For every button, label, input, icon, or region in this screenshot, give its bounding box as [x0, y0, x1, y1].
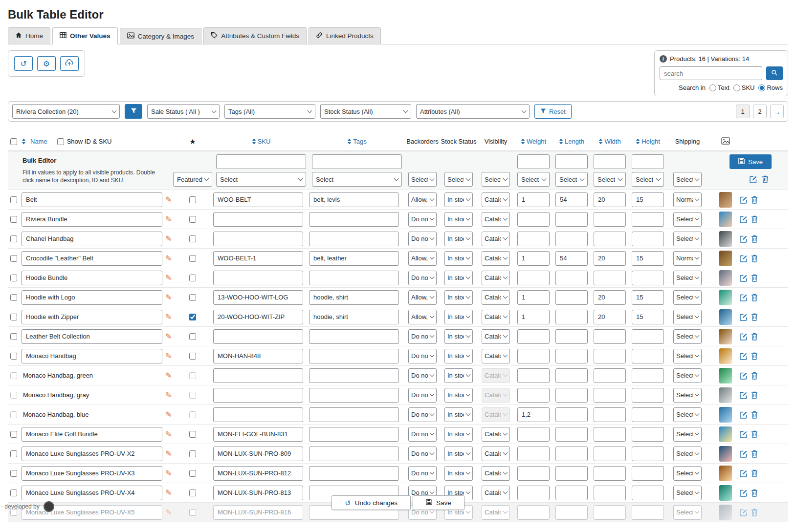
edit-row-icon[interactable]	[740, 235, 748, 243]
stock-status-select[interactable]: In stock	[444, 212, 473, 227]
visibility-select[interactable]: Catalog	[482, 192, 510, 207]
width-input[interactable]	[594, 310, 626, 324]
edit-row-icon[interactable]	[740, 274, 748, 282]
weight-input[interactable]	[517, 407, 550, 422]
product-thumbnail[interactable]	[719, 407, 732, 423]
bulk-stock-select[interactable]: Select	[444, 172, 473, 187]
tags-input[interactable]	[309, 192, 399, 207]
length-input[interactable]	[555, 329, 588, 344]
height-input[interactable]	[632, 447, 664, 461]
length-input[interactable]	[555, 192, 588, 207]
height-input[interactable]	[632, 329, 664, 344]
settings-button[interactable]: ⚙	[37, 56, 56, 71]
edit-row-icon[interactable]	[740, 215, 748, 223]
tags-input[interactable]	[309, 388, 399, 403]
column-header-height[interactable]: Height	[641, 138, 660, 145]
next-page-button[interactable]: →	[770, 105, 784, 118]
backorders-select[interactable]: Do not allow	[408, 447, 437, 461]
row-select-checkbox[interactable]	[10, 450, 17, 457]
delete-row-icon[interactable]	[751, 333, 758, 340]
bulk-sku-input[interactable]	[216, 154, 306, 169]
tab-category-images[interactable]: Category & Images	[120, 28, 202, 44]
attributes-filter-select[interactable]: Attributes (All)	[416, 104, 530, 119]
tags-input[interactable]	[309, 407, 399, 422]
weight-input[interactable]	[517, 368, 550, 383]
edit-row-icon[interactable]	[740, 333, 748, 340]
weight-input[interactable]	[517, 271, 550, 285]
collection-select[interactable]: Riviera Collection (20)	[12, 104, 120, 119]
column-header-weight[interactable]: Weight	[527, 138, 546, 145]
visibility-select[interactable]: Catalog	[482, 310, 510, 324]
row-select-checkbox[interactable]	[10, 411, 17, 418]
height-input[interactable]	[632, 388, 664, 403]
bulk-width-input[interactable]	[594, 154, 626, 169]
product-thumbnail[interactable]	[719, 192, 732, 208]
delete-row-icon[interactable]	[751, 313, 758, 321]
visibility-select[interactable]: Catalog	[482, 447, 510, 461]
product-thumbnail[interactable]	[719, 329, 732, 344]
weight-input[interactable]	[517, 329, 550, 344]
sort-icon[interactable]	[22, 138, 26, 145]
sku-input[interactable]	[213, 232, 303, 246]
column-header-tags[interactable]: Tags	[353, 138, 366, 145]
weight-input[interactable]	[517, 192, 550, 207]
tags-input[interactable]	[309, 251, 399, 266]
row-select-checkbox[interactable]	[10, 392, 17, 399]
edit-name-icon[interactable]: ✎	[165, 215, 172, 223]
visibility-select[interactable]: Catalog	[482, 466, 510, 481]
delete-row-icon[interactable]	[751, 372, 758, 380]
column-header-name[interactable]: Name	[30, 138, 47, 145]
sku-input[interactable]	[213, 192, 303, 207]
sort-icon[interactable]	[636, 138, 640, 145]
delete-row-icon[interactable]	[751, 469, 758, 477]
featured-checkbox[interactable]	[189, 470, 196, 477]
shipping-select[interactable]: Normal	[673, 251, 702, 266]
featured-checkbox[interactable]	[189, 450, 196, 457]
delete-row-icon[interactable]	[751, 215, 758, 223]
stock-status-select[interactable]: In stock	[444, 192, 473, 207]
stock-status-select[interactable]: In stock	[444, 466, 473, 481]
bulk-sku-select[interactable]: Select	[216, 172, 306, 187]
visibility-select[interactable]: Catalog	[482, 407, 510, 422]
bulk-weight-select[interactable]: Select	[517, 172, 550, 187]
backorders-select[interactable]: Do not allow	[408, 368, 437, 383]
sku-input[interactable]	[213, 251, 303, 266]
tags-input[interactable]	[309, 447, 399, 461]
product-name-input[interactable]	[22, 251, 162, 266]
row-select-checkbox[interactable]	[10, 470, 17, 477]
featured-checkbox[interactable]	[189, 411, 196, 418]
edit-row-icon[interactable]	[740, 313, 748, 321]
delete-row-icon[interactable]	[751, 274, 758, 282]
radio-text[interactable]: Text	[709, 84, 730, 91]
select-all-checkbox[interactable]	[10, 138, 17, 145]
product-thumbnail[interactable]	[719, 270, 732, 286]
sku-input[interactable]	[213, 447, 303, 461]
width-input[interactable]	[594, 192, 626, 207]
featured-checkbox[interactable]	[189, 431, 196, 438]
row-select-checkbox[interactable]	[10, 314, 17, 320]
delete-row-icon[interactable]	[751, 352, 758, 360]
length-input[interactable]	[555, 310, 588, 324]
featured-checkbox[interactable]	[189, 235, 196, 242]
stock-status-select[interactable]: In stock	[444, 251, 473, 266]
stock-status-filter-select[interactable]: Stock Status (All)	[320, 104, 411, 119]
width-input[interactable]	[594, 212, 626, 227]
shipping-select[interactable]: Select	[673, 427, 702, 442]
height-input[interactable]	[632, 466, 664, 481]
sort-icon[interactable]	[559, 138, 563, 145]
delete-row-icon[interactable]	[751, 450, 758, 458]
edit-row-icon[interactable]	[740, 372, 748, 380]
reset-filters-button[interactable]: Reset	[534, 104, 572, 119]
delete-row-icon[interactable]	[751, 411, 758, 419]
tab-other-values[interactable]: Other Values	[52, 27, 118, 44]
backorders-select[interactable]: Do not allow	[408, 349, 437, 363]
tags-input[interactable]	[309, 368, 399, 383]
edit-name-icon[interactable]: ✎	[165, 372, 172, 380]
visibility-select[interactable]: Catalog	[482, 232, 510, 246]
width-input[interactable]	[594, 329, 626, 344]
height-input[interactable]	[632, 251, 664, 266]
visibility-select[interactable]: Catalog	[482, 329, 510, 344]
width-input[interactable]	[594, 271, 626, 285]
edit-name-icon[interactable]: ✎	[165, 352, 172, 360]
sku-input[interactable]	[213, 427, 303, 442]
